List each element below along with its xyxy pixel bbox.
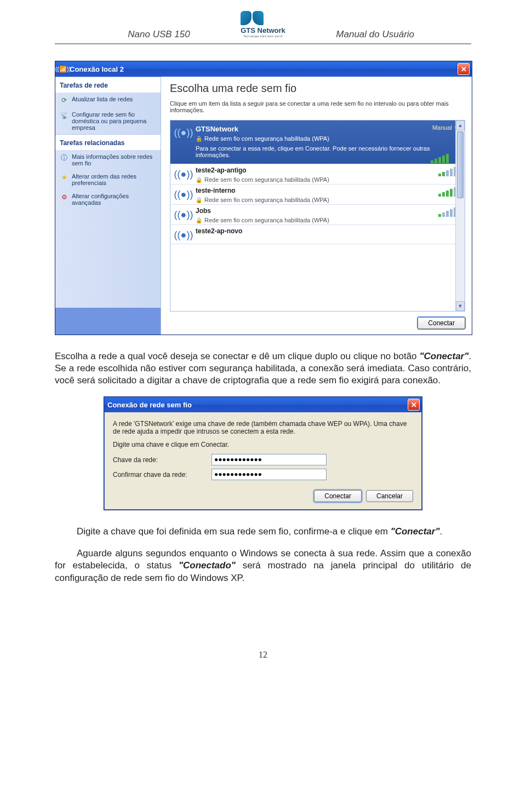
network-name: GTSNetwork: [196, 125, 459, 133]
panel-subtitle: Clique em um item da lista a seguir para…: [170, 100, 463, 113]
sidebar-item-label: Atualizar lista de redes: [72, 96, 133, 102]
gear-icon: ⚙: [60, 193, 68, 201]
signal-bars: [438, 207, 457, 217]
sidebar-item-label: Configurar rede sem fio doméstica ou par…: [72, 111, 156, 131]
wifi-icon: ((●)): [176, 207, 191, 222]
info-icon: ⓘ: [60, 153, 68, 162]
close-button[interactable]: ✕: [458, 63, 470, 75]
header-logo: GTS Network Tecnologia para bem servir: [196, 11, 331, 40]
network-key-input[interactable]: [211, 454, 327, 465]
panel-title: Escolha uma rede sem fio: [170, 82, 463, 95]
window-title: Conexão local 2: [70, 65, 124, 73]
instruction-paragraph-3: Aguarde alguns segundos enquanto o Windo…: [55, 548, 471, 584]
sidebar-change-order[interactable]: ★ Alterar ordem das redes preferenciais: [55, 170, 161, 189]
network-list: ((●)) GTSNetwork 🔒 Rede sem fio com segu…: [170, 120, 465, 312]
wifi-icon: ((●)): [176, 187, 191, 202]
sidebar-item-label: Alterar configurações avançadas: [72, 193, 156, 206]
logo-text: GTS Network: [241, 26, 285, 34]
dialog-text: Digite uma chave e clique em Conectar.: [113, 441, 413, 448]
network-name: teste-interno: [196, 187, 434, 194]
page-header: Nano USB 150 GTS Network Tecnologia para…: [55, 11, 471, 43]
network-name: Jobs: [196, 207, 434, 215]
network-name: teste2-ap-novo: [196, 227, 459, 235]
wifi-icon: ((●)): [176, 166, 191, 182]
dialog-text: A rede 'GTSNetwork' exige uma chave de r…: [113, 420, 413, 435]
sidebar-refresh[interactable]: ⟳ Atualizar lista de redes: [55, 93, 161, 108]
network-security: Rede sem fio com segurança habilitada (W…: [204, 176, 329, 183]
network-description: Para se conectar a essa rede, clique em …: [196, 145, 459, 158]
close-button[interactable]: ✕: [408, 399, 420, 411]
refresh-icon: ⟳: [60, 96, 68, 105]
wifi-icon: ((●)): [176, 227, 191, 243]
scroll-down-icon[interactable]: ▼: [456, 301, 465, 311]
sidebar-setup-network[interactable]: 📡 Configurar rede sem fio doméstica ou p…: [55, 108, 161, 134]
network-security: Rede sem fio com segurança habilitada (W…: [204, 217, 329, 223]
lock-icon: 🔒: [196, 176, 202, 183]
sidebar-advanced[interactable]: ⚙ Alterar configurações avançadas: [55, 189, 161, 209]
dialog-body: A rede 'GTSNetwork' exige uma chave de r…: [104, 412, 422, 487]
logo-icon: [253, 11, 264, 25]
wireless-icon: ((📶)): [59, 65, 67, 73]
signal-bars: [431, 153, 449, 163]
cancel-button[interactable]: Cancelar: [366, 490, 413, 502]
network-security: Rede sem fio com segurança habilitada (W…: [204, 135, 329, 142]
window-titlebar[interactable]: ((📶)) Conexão local 2 ✕: [55, 61, 472, 77]
scrollbar[interactable]: ▲ ▼: [455, 120, 465, 311]
antenna-icon: 📡: [60, 111, 68, 120]
confirm-key-input[interactable]: [211, 469, 327, 480]
header-divider: [55, 43, 471, 44]
connect-button[interactable]: Conectar: [314, 490, 362, 502]
instruction-paragraph-2: Digite a chave que foi definida em sua r…: [55, 526, 471, 538]
sidebar-heading: Tarefas de rede: [55, 77, 161, 93]
instruction-paragraph-1: Escolha a rede a qual você deseja se con…: [55, 350, 471, 387]
sidebar-heading: Tarefas relacionadas: [55, 134, 161, 150]
main-panel: Escolha uma rede sem fio Clique em um it…: [161, 77, 472, 335]
key-label: Chave da rede:: [113, 456, 211, 464]
network-item-selected[interactable]: ((●)) GTSNetwork 🔒 Rede sem fio com segu…: [170, 120, 465, 164]
scroll-thumb[interactable]: [457, 131, 464, 198]
network-item[interactable]: ((●)) Jobs 🔒 Rede sem fio com segurança …: [170, 204, 465, 224]
logo-icon: [241, 11, 251, 25]
lock-icon: 🔒: [196, 197, 202, 203]
network-name: teste2-ap-antigo: [196, 166, 434, 174]
sidebar-learn-more[interactable]: ⓘ Mais informações sobre redes sem fio: [55, 150, 161, 170]
header-doctitle: Manual do Usuário: [330, 29, 471, 40]
network-item[interactable]: ((●)) teste2-ap-antigo 🔒 Rede sem fio co…: [170, 164, 465, 184]
task-sidebar: Tarefas de rede ⟳ Atualizar lista de red…: [55, 77, 161, 335]
connect-button[interactable]: Conectar: [418, 317, 465, 329]
lock-icon: 🔒: [196, 135, 202, 142]
star-icon: ★: [60, 173, 68, 182]
network-item[interactable]: ((●)) teste2-ap-novo: [170, 224, 465, 244]
signal-bars: [438, 187, 457, 197]
scroll-up-icon[interactable]: ▲: [456, 120, 465, 130]
dialog-titlebar[interactable]: Conexão de rede sem fio ✕: [104, 397, 422, 412]
wireless-picker-window: ((📶)) Conexão local 2 ✕ Tarefas de rede …: [55, 61, 472, 335]
signal-bars: [438, 166, 457, 176]
network-item[interactable]: ((●)) teste-interno 🔒 Rede sem fio com s…: [170, 184, 465, 204]
network-security: Rede sem fio com segurança habilitada (W…: [204, 197, 329, 203]
page-number: 12: [55, 650, 471, 660]
sidebar-item-label: Mais informações sobre redes sem fio: [72, 153, 156, 166]
wifi-icon: ((●)): [176, 125, 191, 140]
confirm-key-label: Confirmar chave da rede:: [113, 471, 211, 479]
logo-subtext: Tecnologia para bem servir: [241, 34, 285, 38]
header-product: Nano USB 150: [55, 29, 196, 40]
wireless-key-dialog: Conexão de rede sem fio ✕ A rede 'GTSNet…: [104, 396, 422, 510]
sidebar-item-label: Alterar ordem das redes preferenciais: [72, 173, 156, 186]
dialog-title: Conexão de rede sem fio: [107, 401, 192, 409]
lock-icon: 🔒: [196, 217, 202, 223]
